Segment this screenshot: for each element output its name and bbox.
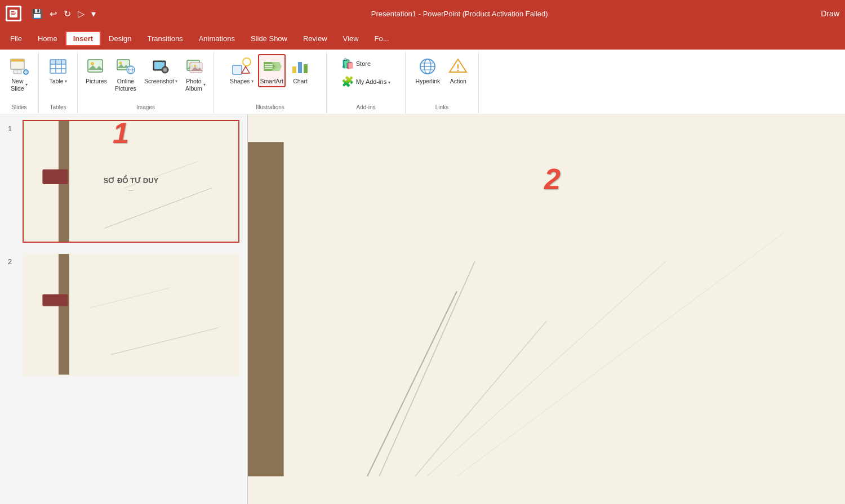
svg-rect-46 [292,66,296,73]
svg-rect-3 [11,13,16,14]
chart-button[interactable]: Chart [287,54,314,87]
slide-item-1: 1 SƠ ĐỒ TƯ [8,120,239,243]
ribbon-group-addins: 🛍️ Store 🧩 My Add-ins ▾ Add-ins [327,52,406,114]
svg-text:SƠ ĐỒ TƯ DUY: SƠ ĐỒ TƯ DUY [104,175,159,185]
tables-group-items: Table▾ [43,54,73,103]
new-slide-icon [9,56,29,77]
svg-rect-38 [233,65,242,74]
action-icon [448,56,468,77]
chart-label: Chart [293,78,308,85]
slide-number-1: 1 [8,120,17,133]
images-group-label: Images [136,104,155,113]
ribbon-group-tables: Table▾ Tables [39,52,78,114]
svg-rect-2 [11,11,15,12]
screenshot-icon [150,56,171,77]
addins-group-label: Add-ins [357,104,376,113]
svg-rect-70 [248,142,284,476]
links-group-items: Hyperlink Action [412,54,472,103]
undo-button[interactable]: ↩ [47,7,59,20]
menu-slideshow[interactable]: Slide Show [243,31,295,46]
svg-rect-65 [59,254,69,374]
table-label: Table▾ [49,78,66,85]
title-bar-left: 💾 ↩ ↻ ▷ ▾ [6,6,98,21]
online-pictures-button[interactable]: OnlinePictures [112,54,140,94]
new-slide-label: NewSlide▾ [11,78,27,92]
redo-button[interactable]: ↻ [61,7,73,20]
draw-tab-label: Draw [821,9,839,18]
smartart-icon [261,56,282,77]
menu-home[interactable]: Home [30,31,65,46]
action-label: Action [450,78,466,85]
svg-rect-19 [88,60,103,72]
screenshot-label: Screenshot▾ [144,78,177,85]
illustrations-group-label: Illustrations [256,104,284,113]
slide-panel[interactable]: 1 SƠ ĐỒ TƯ [0,114,248,504]
shapes-button[interactable]: Shapes▾ [226,54,257,87]
svg-point-37 [194,65,196,67]
powerpoint-icon [6,6,21,21]
svg-point-39 [243,58,251,66]
svg-rect-4 [11,14,15,15]
save-button[interactable]: 💾 [29,7,45,20]
hyperlink-label: Hyperlink [416,78,441,85]
store-button[interactable]: 🛍️ Store [339,56,373,71]
qa-dropdown-button[interactable]: ▾ [89,7,98,20]
window-title: Presentation1 - PowerPoint (Product Acti… [98,10,821,18]
svg-rect-6 [11,59,24,61]
menu-transitions[interactable]: Transitions [140,31,191,46]
online-pictures-icon [115,56,136,77]
menu-review[interactable]: Review [295,31,335,46]
menu-view[interactable]: View [335,31,367,46]
store-label: Store [356,60,371,67]
svg-rect-48 [304,64,308,73]
present-button[interactable]: ▷ [75,7,87,20]
svg-rect-64 [24,254,238,374]
photo-album-icon [185,56,206,77]
online-pictures-label: OnlinePictures [115,78,136,92]
my-addins-icon: 🧩 [341,75,354,88]
svg-point-56 [457,70,459,72]
photo-album-button[interactable]: PhotoAlbum▾ [182,54,209,94]
shapes-icon [232,56,252,77]
table-icon [48,56,68,77]
svg-point-22 [119,62,122,65]
ribbon-group-links: Hyperlink Action Links [406,52,479,114]
images-group-items: Pictures OnlinePictures [82,54,209,103]
slide-thumb-2[interactable] [23,253,239,376]
menu-file[interactable]: File [2,31,30,46]
slide-item-2: 2 [8,253,239,376]
hyperlink-icon [417,56,438,77]
ribbon: NewSlide▾ Slides [0,50,845,114]
slide-thumb-1[interactable]: SƠ ĐỒ TƯ DUY --- [23,120,239,243]
smartart-button[interactable]: SmartArt [258,54,286,87]
quick-access-toolbar: 💾 ↩ ↻ ▷ ▾ [29,7,98,20]
svg-point-30 [164,69,167,72]
svg-rect-69 [248,142,845,476]
menu-more[interactable]: Fo... [367,31,397,46]
slide-thumb-2-content [24,254,238,374]
illustrations-group-items: Shapes▾ SmartArt [226,54,314,103]
pictures-icon [86,56,106,77]
action-button[interactable]: Action [444,54,472,87]
ribbon-group-illustrations: Shapes▾ SmartArt [214,52,327,114]
ribbon-group-slides: NewSlide▾ Slides [0,52,39,114]
svg-point-33 [162,62,163,63]
svg-rect-18 [50,60,66,64]
my-addins-button[interactable]: 🧩 My Add-ins ▾ [339,74,393,89]
new-slide-button[interactable]: NewSlide▾ [5,54,34,94]
svg-text:---: --- [128,188,134,193]
title-bar: 💾 ↩ ↻ ▷ ▾ Presentation1 - PowerPoint (Pr… [0,0,845,27]
menu-insert[interactable]: Insert [65,31,101,46]
menu-animations[interactable]: Animations [191,31,243,46]
tables-group-label: Tables [50,104,66,113]
menu-design[interactable]: Design [101,31,139,46]
smartart-label: SmartArt [260,78,283,85]
ribbon-group-images: Pictures OnlinePictures [78,52,214,114]
pictures-label: Pictures [86,78,107,85]
screenshot-button[interactable]: Screenshot▾ [141,54,181,87]
table-button[interactable]: Table▾ [43,54,73,87]
store-icon: 🛍️ [341,57,354,70]
hyperlink-button[interactable]: Hyperlink [412,54,444,87]
svg-marker-40 [242,66,250,73]
pictures-button[interactable]: Pictures [82,54,110,87]
